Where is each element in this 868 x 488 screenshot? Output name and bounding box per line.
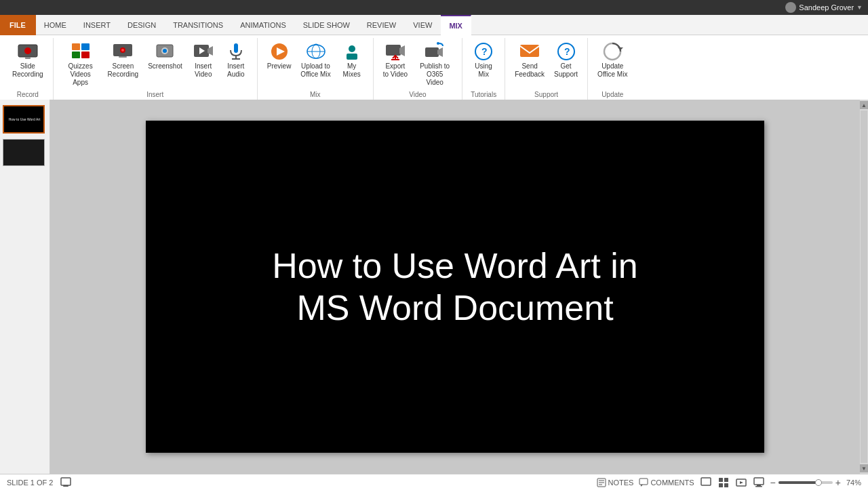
statusbar-right: NOTES COMMENTS — [597, 476, 861, 489]
svg-rect-17 — [234, 43, 238, 53]
export-to-video-label: Exportto Video — [383, 62, 408, 79]
slide-recording-label: SlideRecording — [12, 62, 43, 79]
slide-thumb-2[interactable]: 2 — [3, 139, 45, 166]
svg-rect-55 — [755, 486, 762, 487]
scroll-up-arrow[interactable]: ▲ — [860, 101, 868, 109]
insert-video-button[interactable]: InsertVideo — [188, 38, 219, 81]
svg-rect-47 — [719, 478, 723, 482]
tab-home[interactable]: HOME — [36, 15, 75, 35]
svg-rect-10 — [119, 56, 127, 58]
slide-recording-icon — [17, 41, 39, 62]
tab-animations[interactable]: ANIMATIONS — [232, 15, 295, 35]
tab-insert[interactable]: INSERT — [75, 15, 119, 35]
svg-rect-49 — [719, 483, 723, 487]
grid-view-button[interactable] — [717, 476, 730, 489]
screen-recording-label: ScreenRecording — [108, 62, 139, 79]
preview-icon — [269, 41, 290, 62]
insert-audio-button[interactable]: InsertAudio — [220, 38, 252, 81]
send-feedback-label: SendFeedback — [515, 62, 545, 79]
ribbon-group-insert: QuizzesVideos Apps ScreenRecording — [54, 38, 258, 100]
statusbar: SLIDE 1 OF 2 NOTES COMMENTS — [0, 474, 868, 488]
titlebar: Sandeep Grover ▼ — [0, 0, 868, 15]
notes-button[interactable]: NOTES — [597, 478, 634, 487]
export-to-video-icon — [384, 41, 406, 62]
ribbon-group-mix: Preview Upload toOffice Mix — [258, 38, 374, 100]
screenshot-icon — [154, 41, 176, 62]
svg-point-1 — [24, 47, 31, 54]
presenter-view-button[interactable] — [753, 476, 765, 489]
zoom-slider[interactable] — [778, 481, 833, 484]
quizzes-videos-apps-label: QuizzesVideos Apps — [63, 62, 98, 87]
ribbon-items-video: Exportto Video Publish toO365 Video — [379, 38, 457, 89]
reading-view-button[interactable] — [735, 476, 747, 489]
tab-design[interactable]: DESIGN — [119, 15, 165, 35]
slide-recording-button[interactable]: SlideRecording — [8, 38, 47, 81]
zoom-percent-label[interactable]: 74% — [846, 479, 861, 487]
svg-rect-26 — [347, 54, 357, 60]
tab-mix[interactable]: MIX — [441, 15, 471, 35]
right-scrollbar: ▲ ▼ — [860, 100, 868, 474]
get-support-button[interactable]: ? GetSupport — [550, 38, 582, 81]
upload-to-office-mix-button[interactable]: Upload toOffice Mix — [296, 38, 334, 81]
using-mix-button[interactable]: ? UsingMix — [468, 38, 499, 81]
get-support-icon: ? — [555, 41, 577, 62]
update-office-mix-button[interactable]: UpdateOffice Mix — [593, 38, 631, 81]
insert-audio-icon — [225, 41, 247, 62]
quizzes-videos-apps-button[interactable]: QuizzesVideos Apps — [59, 38, 102, 89]
screenshot-label: Screenshot — [148, 62, 182, 70]
insert-video-label: InsertVideo — [195, 62, 212, 79]
ribbon-group-record: SlideRecording Record — [3, 38, 54, 100]
statusbar-left: SLIDE 1 OF 2 — [7, 476, 589, 489]
svg-rect-6 — [81, 52, 90, 58]
zoom-plus-icon[interactable]: + — [835, 477, 841, 488]
svg-rect-4 — [81, 43, 90, 50]
tab-slideshow[interactable]: SLIDE SHOW — [295, 15, 359, 35]
upload-to-office-mix-label: Upload toOffice Mix — [300, 62, 330, 79]
insert-audio-label: InsertAudio — [227, 62, 245, 79]
ribbon-items-update: UpdateOffice Mix — [593, 38, 631, 89]
tab-file[interactable]: FILE — [0, 15, 36, 35]
tab-transitions[interactable]: TRANSITIONS — [165, 15, 232, 35]
svg-rect-39 — [63, 485, 68, 487]
comments-button[interactable]: COMMENTS — [639, 478, 694, 487]
slide-thumb-1[interactable]: 1 How to Use Word Art — [3, 105, 45, 134]
my-mixes-button[interactable]: MyMixes — [336, 38, 368, 81]
screen-recording-button[interactable]: ScreenRecording — [104, 38, 143, 81]
svg-rect-53 — [754, 478, 764, 485]
svg-rect-54 — [757, 485, 761, 486]
ribbon-items-tutorials: ? UsingMix — [468, 38, 499, 89]
svg-text:?: ? — [564, 46, 570, 57]
slide-thumb-inner-1: How to Use Word Art — [4, 106, 45, 132]
notes-label: NOTES — [608, 479, 634, 487]
fit-slide-button[interactable] — [60, 476, 72, 489]
tab-view[interactable]: VIEW — [405, 15, 441, 35]
publish-to-o365-icon — [424, 41, 446, 62]
username-label: Sandeep Grover — [799, 3, 854, 12]
user-dropdown-icon[interactable]: ▼ — [856, 4, 863, 11]
export-to-video-button[interactable]: Exportto Video — [379, 38, 412, 81]
mix-group-label: Mix — [263, 89, 368, 100]
preview-button[interactable]: Preview — [263, 38, 296, 73]
support-group-label: Support — [511, 89, 582, 100]
zoom-slider-area: − + — [770, 477, 841, 488]
normal-view-button[interactable] — [700, 476, 712, 489]
using-mix-label: UsingMix — [475, 62, 492, 79]
using-mix-icon: ? — [473, 41, 494, 62]
svg-marker-37 — [618, 47, 623, 50]
send-feedback-button[interactable]: SendFeedback — [511, 38, 549, 81]
screenshot-button[interactable]: Screenshot — [144, 38, 186, 73]
ribbon-items-mix: Preview Upload toOffice Mix — [263, 38, 368, 89]
svg-rect-34 — [520, 45, 539, 57]
tab-review[interactable]: REVIEW — [359, 15, 405, 35]
svg-rect-50 — [724, 483, 728, 487]
upload-to-office-mix-icon — [305, 41, 327, 62]
scroll-down-arrow[interactable]: ▼ — [860, 464, 868, 472]
zoom-minus-icon[interactable]: − — [770, 477, 776, 488]
publish-to-o365-button[interactable]: Publish toO365 Video — [413, 38, 456, 89]
svg-marker-52 — [740, 481, 743, 484]
slide-thumb-text-2 — [22, 151, 25, 154]
ribbon-group-tutorials: ? UsingMix Tutorials — [462, 38, 505, 100]
svg-point-9 — [121, 49, 124, 52]
ribbon-group-update: UpdateOffice Mix Update — [588, 38, 637, 100]
ribbon-content: SlideRecording Record QuizzesVideos Apps — [0, 35, 868, 100]
